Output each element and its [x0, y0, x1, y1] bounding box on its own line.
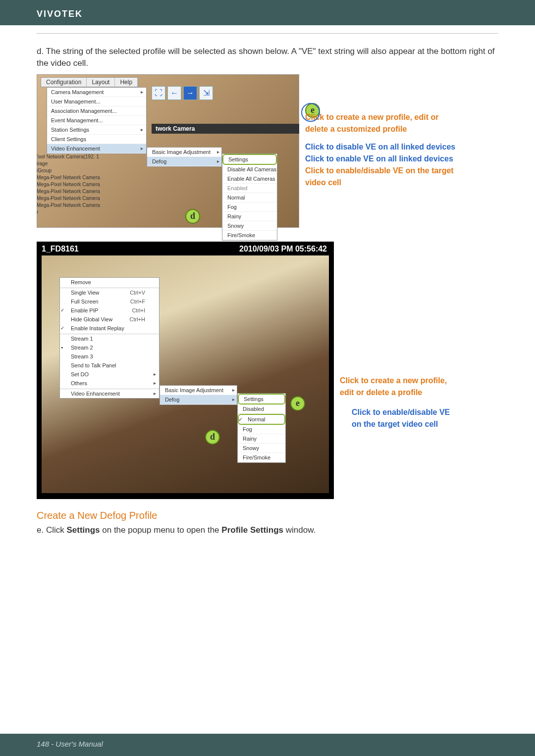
menu-client-settings[interactable]: Client Settings [47, 135, 146, 144]
step-e-post: window. [283, 525, 316, 535]
ann1-enable: Click to enable VE on all linked devices [305, 154, 455, 163]
defog-submenu[interactable]: Settings Disable All Cameras Enable All … [222, 153, 277, 241]
page-footer: 148 - User's Manual [0, 734, 535, 756]
cam-item[interactable]: 'ixel Network Camera(192. 1 [37, 153, 100, 160]
defog2-settings[interactable]: Settings [238, 394, 285, 404]
defog-disable-all[interactable]: Disable All Cameras [222, 165, 277, 174]
menu-configuration[interactable]: Configuration [41, 78, 87, 87]
badge-d: d [185, 209, 200, 224]
badge-d-2: d [205, 430, 220, 445]
cam-item[interactable]: iGroup [37, 167, 100, 174]
ctx-item[interactable]: Set DO [60, 370, 159, 379]
ve-defog[interactable]: Defog [147, 157, 221, 166]
menu-camera-mgmt[interactable]: Camera Management [47, 88, 146, 97]
defog2-rainy[interactable]: Rainy [238, 434, 285, 444]
ve-basic-image[interactable]: Basic Image Adjustment [147, 148, 221, 157]
ann2-settings-b: edit or delete a profile [340, 388, 450, 397]
ann1-settings-b: delete a customized profile [305, 125, 455, 134]
ann2-settings-a: Click to create a new profile, [340, 376, 450, 385]
camera-titlebar: twork Camera [152, 124, 299, 134]
step-e-mid: on the popup menu to open the [100, 525, 222, 535]
section-create-defog: Create a New Defog Profile [37, 510, 498, 521]
ann1-target-b: video cell [305, 178, 455, 187]
cam-item[interactable]: r [37, 209, 100, 216]
ctx-item[interactable]: Hide Global ViewCtrl+H [60, 315, 159, 324]
video-title: 1_FD8161 [42, 245, 79, 253]
ann1-settings-a: Click to create a new profile, edit or [305, 113, 455, 122]
ve-submenu[interactable]: Basic Image Adjustment Defog [147, 147, 222, 167]
menu-station-settings[interactable]: Station Settings [47, 125, 146, 135]
menu-assoc-mgmt[interactable]: Association Management... [47, 106, 146, 116]
step-e-profile-settings: Profile Settings [221, 525, 283, 535]
cam-item[interactable]: Mega-Pixel Network Camera [37, 181, 100, 188]
figure-1: Configuration Layout Help ⛶ ← → ⇲ twork … [37, 74, 299, 228]
ctx-item[interactable]: Single ViewCtrl+V [60, 288, 159, 297]
defog-normal[interactable]: Normal [222, 193, 277, 202]
defog-snowy[interactable]: Snowy [222, 221, 277, 231]
camera-tree[interactable]: 'ixel Network Camera(192. 1 irage iGroup… [37, 153, 100, 216]
ctx-item[interactable]: Stream 2● [60, 343, 159, 352]
badge-e-2: e [290, 396, 305, 411]
ann1-disable: Click to disable VE on all linked device… [305, 143, 455, 151]
expand-icon[interactable]: ⛶ [152, 86, 165, 100]
ann1-target-a: Click to enable/disable VE on the target [305, 166, 455, 175]
step-e-settings: Settings [66, 525, 100, 535]
annotations-1: Click to create a new profile, edit or d… [305, 74, 455, 190]
header-separator [37, 33, 498, 34]
ctx-item[interactable]: Enable Instant Replay✓ [60, 324, 159, 333]
back-icon[interactable]: ← [167, 86, 181, 100]
configuration-menu[interactable]: Camera Management User Management... Ass… [47, 87, 147, 154]
ann2-target-b: on the target video cell [340, 420, 450, 429]
figure-2: 1_FD8161 2010/09/03 PM 05:56:42 RemoveSi… [37, 242, 334, 499]
cam-item[interactable]: Mega-Pixel Network Camera [37, 174, 100, 181]
brand-header: VIVOTEK [0, 0, 535, 25]
pin-icon[interactable]: ⇲ [199, 86, 213, 100]
defog-enabled[interactable]: Enabled [222, 184, 277, 193]
video-timestamp: 2010/09/03 PM 05:56:42 [239, 245, 327, 253]
intro-text: d. The string of the selected profile wi… [37, 46, 498, 69]
ctx-item[interactable]: Stream 1 [60, 334, 159, 343]
defog-rainy[interactable]: Rainy [222, 212, 277, 221]
ctx-item[interactable]: Enable PIPCtrl+I✓ [60, 306, 159, 315]
ann2-target-a: Click to enable/disable VE [340, 408, 450, 417]
menubar[interactable]: Configuration Layout Help [41, 77, 138, 87]
cam-item[interactable]: Mega-Pixel Network Camera [37, 188, 100, 195]
ctx-item[interactable]: Video Enhancement [60, 389, 159, 398]
step-e: e. Click Settings on the popup menu to o… [37, 524, 498, 536]
ctx-item[interactable]: Send to Talk Panel [60, 361, 159, 370]
menu-help[interactable]: Help [115, 78, 138, 87]
context-menu[interactable]: RemoveSingle ViewCtrl+VFull ScreenCtrl+F… [59, 277, 160, 399]
ctx-item[interactable]: Full ScreenCtrl+F [60, 297, 159, 306]
defog2-disabled[interactable]: Disabled [238, 404, 285, 414]
ctx-item[interactable]: Stream 3 [60, 352, 159, 361]
ve2-defog[interactable]: Defog [160, 395, 237, 404]
defog-settings[interactable]: Settings [222, 154, 277, 165]
forward-icon[interactable]: → [183, 86, 197, 100]
toolbar: ⛶ ← → ⇲ [152, 86, 213, 100]
defog2-snowy[interactable]: Snowy [238, 444, 285, 453]
ctx-item[interactable]: Others [60, 379, 159, 388]
cam-item[interactable]: Mega-Pixel Network Camera [37, 195, 100, 202]
menu-layout[interactable]: Layout [87, 78, 115, 87]
defog2-fog[interactable]: Fog [238, 425, 285, 434]
annotations-2: Click to create a new profile, edit or d… [340, 242, 450, 432]
defog-fog[interactable]: Fog [222, 202, 277, 212]
cam-item[interactable]: irage [37, 160, 100, 167]
defog2-normal[interactable]: ✓Normal [238, 414, 285, 425]
defog-submenu-2[interactable]: Settings Disabled ✓Normal Fog Rainy Snow… [237, 393, 286, 463]
menu-user-mgmt[interactable]: User Management... [47, 97, 146, 106]
menu-event-mgmt[interactable]: Event Management... [47, 116, 146, 125]
ve2-basic[interactable]: Basic Image Adjustment [160, 386, 237, 395]
cam-item[interactable]: Mega-Pixel Network Camera [37, 202, 100, 209]
ve-submenu-2[interactable]: Basic Image Adjustment Defog [160, 385, 237, 405]
defog2-firesmoke[interactable]: Fire/Smoke [238, 453, 285, 462]
ctx-item[interactable]: Remove [60, 278, 159, 287]
defog-firesmoke[interactable]: Fire/Smoke [222, 231, 277, 240]
defog-enable-all[interactable]: Enable All Cameras [222, 174, 277, 184]
step-e-pre: e. Click [37, 525, 66, 535]
menu-video-enhancement[interactable]: Video Enhancement [47, 144, 146, 153]
